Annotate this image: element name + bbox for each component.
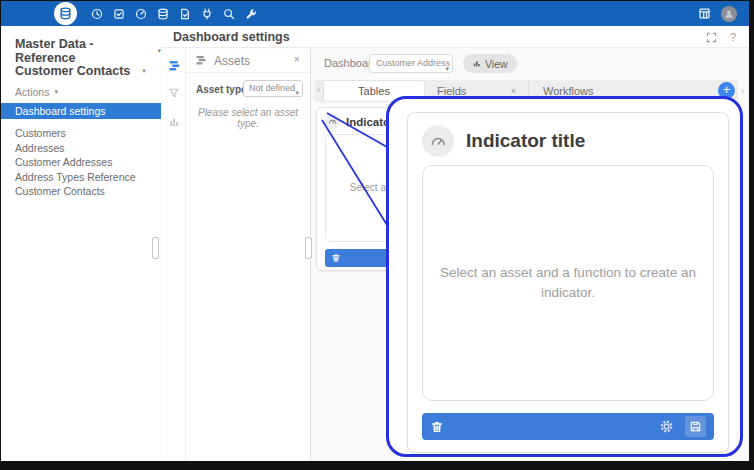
actions-menu[interactable]: Actions ▾ xyxy=(15,86,58,98)
view-button-label: View xyxy=(485,58,508,70)
gauge-icon xyxy=(422,125,454,157)
approvals-icon[interactable] xyxy=(113,8,125,20)
tabs-scroll-right-icon[interactable]: › xyxy=(741,85,744,96)
indicator-card-zoomed: Indicator title Select an asset and a fu… xyxy=(407,112,729,453)
indicator-card-title: Indicator title xyxy=(466,130,585,152)
assets-panel-title: Assets xyxy=(214,54,250,68)
database-icon xyxy=(59,7,72,20)
asset-type-value: Not defined xyxy=(249,83,295,93)
left-sidebar: Master Data - Reference ▾ Customer Conta… xyxy=(1,26,162,461)
sidebar-item-customer-addresses[interactable]: Customer Addresses xyxy=(15,155,136,170)
dashboard-select-value: Customer Address Datase xyxy=(376,58,453,68)
top-navigation-bar xyxy=(1,1,749,26)
sidebar-item-customers[interactable]: Customers xyxy=(15,126,136,141)
asset-type-select[interactable]: Not defined ▾ xyxy=(243,80,303,97)
plug-icon[interactable] xyxy=(201,8,213,20)
asset-type-label: Asset type xyxy=(196,84,247,95)
topbar-module-icons xyxy=(91,1,257,26)
audit-icon[interactable] xyxy=(179,8,191,20)
funnel-icon[interactable] xyxy=(162,81,186,105)
view-chart-icon xyxy=(472,59,481,68)
sidebar-item-addresses[interactable]: Addresses xyxy=(15,141,136,156)
page-title: Dashboard settings xyxy=(173,30,290,44)
panel-icon-rail xyxy=(162,49,186,461)
tab-tables-label: Tables xyxy=(358,85,390,97)
tabs-scroll-left-icon[interactable]: ‹ xyxy=(317,84,320,95)
chart-icon[interactable] xyxy=(162,109,186,133)
gauge-icon xyxy=(325,114,340,129)
trash-icon[interactable] xyxy=(430,420,444,434)
app-window: Master Data - Reference ▾ Customer Conta… xyxy=(1,1,749,461)
trash-icon[interactable] xyxy=(331,253,341,263)
indicator-card-footer xyxy=(422,413,714,440)
indicator-card-body: Select an asset and a function to create… xyxy=(422,165,714,401)
wrench-icon[interactable] xyxy=(245,8,257,20)
topbar-right xyxy=(698,1,737,26)
indicator-card-message: Select an asset and a function to create… xyxy=(436,263,700,304)
sidebar-item-dashboard-settings[interactable]: Dashboard settings xyxy=(1,103,161,119)
chevron-down-icon: ▾ xyxy=(445,60,449,73)
workspace-name: Master Data - Reference xyxy=(15,37,145,65)
sidebar-item-address-types-reference[interactable]: Address Types Reference xyxy=(15,170,136,185)
chevron-down-icon: ▾ xyxy=(142,67,146,75)
dashboard-selector-row: Dashboard Customer Address Datase ▾ View xyxy=(312,48,749,78)
zoom-callout: Indicator title Select an asset and a fu… xyxy=(386,96,743,457)
active-module-badge[interactable] xyxy=(54,2,77,25)
fullscreen-icon[interactable] xyxy=(706,32,717,43)
search-icon[interactable] xyxy=(223,8,235,20)
chevron-down-icon: ▾ xyxy=(54,88,58,96)
data-icon[interactable] xyxy=(157,8,169,20)
assets-tree-icon[interactable] xyxy=(162,53,186,77)
user-avatar[interactable] xyxy=(721,6,737,22)
grid-icon[interactable] xyxy=(698,7,711,20)
gauge-icon[interactable] xyxy=(135,8,147,20)
assets-panel: Assets × Asset type Not defined ▾ Please… xyxy=(186,49,311,461)
sidebar-item-customer-contacts[interactable]: Customer Contacts xyxy=(15,184,136,199)
assets-panel-header: Assets × xyxy=(186,49,310,73)
section-selector[interactable]: Customer Contacts ▾ xyxy=(15,64,146,78)
assets-empty-message: Please select an asset type. xyxy=(186,107,310,129)
help-icon[interactable]: ? xyxy=(730,31,736,43)
dashboard-select[interactable]: Customer Address Datase ▾ xyxy=(369,54,453,73)
clock-icon[interactable] xyxy=(91,8,103,20)
page-header: Dashboard settings ? xyxy=(161,26,749,48)
close-icon[interactable]: × xyxy=(294,53,300,65)
gear-icon[interactable] xyxy=(659,419,674,434)
view-button[interactable]: View xyxy=(463,54,517,73)
workspace-selector[interactable]: Master Data - Reference ▾ xyxy=(15,37,161,65)
save-icon[interactable] xyxy=(685,416,706,437)
sidebar-scrollbar[interactable] xyxy=(152,237,159,259)
actions-label: Actions xyxy=(15,86,49,98)
assets-panel-scrollbar[interactable] xyxy=(305,237,312,259)
assets-tree-icon xyxy=(195,54,207,66)
chevron-down-icon: ▾ xyxy=(295,85,299,97)
section-name: Customer Contacts xyxy=(15,64,130,78)
sidebar-item-list: Customers Addresses Customer Addresses A… xyxy=(15,126,136,199)
